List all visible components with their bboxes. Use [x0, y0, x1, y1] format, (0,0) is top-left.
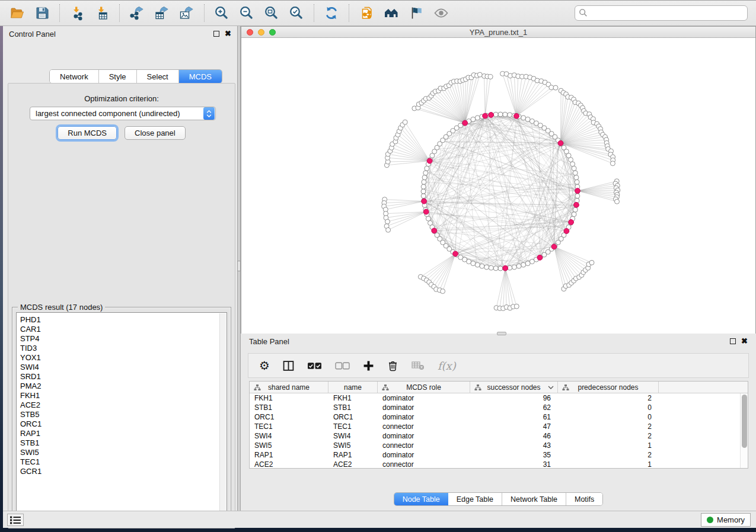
mcds-result-item[interactable]: TEC1 [20, 457, 227, 467]
mcds-result-item[interactable]: TID3 [20, 344, 227, 353]
mcds-result-item[interactable]: SWI5 [20, 448, 227, 457]
mcds-result-item[interactable]: STB1 [20, 438, 227, 448]
table-row[interactable]: SWI5SWI5connector431 [250, 441, 739, 450]
tab-mcds[interactable]: MCDS [179, 70, 222, 83]
share-document-icon[interactable] [358, 5, 375, 21]
table-scrollbar[interactable] [740, 393, 748, 468]
mcds-hub-node[interactable] [537, 255, 543, 260]
zoom-fit-icon[interactable] [263, 5, 280, 21]
mcds-hub-node[interactable] [432, 228, 437, 233]
column-header-successor-nodes[interactable]: successor nodes [470, 382, 558, 393]
mcds-list-scrollbar[interactable] [219, 313, 226, 518]
close-panel-button[interactable]: Close panel [125, 126, 186, 140]
mcds-hub-node[interactable] [514, 113, 519, 118]
column-header-predecessor-nodes[interactable]: predecessor nodes [558, 382, 659, 393]
mcds-hub-node[interactable] [574, 202, 579, 207]
mcds-hub-node[interactable] [551, 244, 557, 249]
mcds-hub-node[interactable] [569, 220, 574, 225]
table-cell: 1 [558, 441, 659, 450]
open-session-icon[interactable] [9, 5, 25, 21]
table-row[interactable]: RAP1RAP1dominator352 [250, 450, 739, 460]
table-splitter-handle[interactable] [497, 332, 506, 335]
mcds-result-item[interactable]: CAR1 [20, 325, 227, 334]
table-cell: 35 [470, 450, 558, 460]
mcds-result-item[interactable]: STP4 [20, 334, 227, 344]
mcds-hub-node[interactable] [558, 140, 563, 146]
add-icon[interactable] [363, 358, 374, 373]
tab-node-table[interactable]: Node Table [394, 493, 448, 505]
search-input[interactable] [575, 5, 748, 21]
table-scrollbar-thumb[interactable] [742, 395, 747, 448]
export-network-icon[interactable] [129, 5, 145, 21]
table-cell: 61 [470, 412, 558, 422]
table-row[interactable]: SWI4SWI4dominator462 [250, 431, 739, 441]
memory-status-icon [707, 517, 713, 523]
mcds-result-item[interactable]: PMA2 [20, 382, 227, 391]
tab-network[interactable]: Network [50, 70, 99, 83]
table-row[interactable]: FKH1FKH1dominator962 [250, 393, 739, 403]
columns-icon[interactable] [283, 358, 294, 373]
mcds-hub-node[interactable] [483, 113, 488, 118]
tab-edge-table[interactable]: Edge Table [448, 493, 502, 505]
column-header-MCDS-role[interactable]: MCDS role [378, 382, 470, 393]
table-cell: 46 [470, 431, 558, 441]
import-table-icon[interactable] [94, 5, 110, 21]
export-image-icon[interactable] [178, 5, 195, 21]
mcds-result-item[interactable]: SRD1 [20, 372, 227, 382]
mcds-result-item[interactable]: GCR1 [20, 467, 227, 476]
mcds-hub-node[interactable] [453, 251, 458, 257]
table-close-icon[interactable]: ✖ [741, 338, 748, 344]
float-panel-icon[interactable] [213, 31, 219, 37]
mcds-result-item[interactable]: PHD1 [20, 315, 227, 325]
mcds-result-item[interactable]: STB5 [20, 410, 227, 419]
mcds-result-item[interactable]: FKH1 [20, 391, 227, 400]
network-search-icon[interactable] [383, 5, 400, 21]
network-window-titlebar[interactable]: YPA_prune.txt_1 [241, 27, 755, 38]
eye-icon[interactable] [433, 5, 449, 21]
select-all-icon[interactable] [307, 358, 322, 373]
mcds-hub-node[interactable] [575, 188, 580, 194]
table-float-icon[interactable] [730, 338, 736, 344]
tab-style[interactable]: Style [99, 70, 137, 83]
mcds-result-item[interactable]: ACE2 [20, 400, 227, 410]
mcds-hub-node[interactable] [423, 209, 429, 214]
mcds-result-item[interactable]: YOX1 [20, 353, 227, 363]
mcds-hub-node[interactable] [427, 158, 432, 164]
refresh-icon[interactable] [323, 5, 340, 21]
delete-icon[interactable] [387, 358, 398, 373]
zoom-in-icon[interactable] [213, 5, 230, 21]
deselect-all-icon[interactable] [335, 358, 350, 373]
criterion-dropdown[interactable]: largest connected component (undirected) [30, 107, 216, 120]
table-cell: 31 [470, 460, 558, 468]
zoom-selected-icon[interactable] [288, 5, 305, 21]
tab-motifs[interactable]: Motifs [566, 493, 602, 505]
mcds-result-item[interactable]: SWI4 [20, 363, 227, 372]
mcds-result-item[interactable]: RAP1 [20, 429, 227, 438]
mcds-hub-node[interactable] [564, 229, 569, 234]
mcds-result-item[interactable]: ORC1 [20, 419, 227, 429]
table-row[interactable]: ACE2ACE2connector311 [250, 460, 739, 468]
mcds-hub-node[interactable] [462, 120, 468, 126]
zoom-out-icon[interactable] [238, 5, 255, 21]
run-mcds-button[interactable]: Run MCDS [58, 126, 117, 140]
memory-button[interactable]: Memory [701, 513, 751, 527]
task-history-button[interactable] [7, 514, 24, 526]
network-canvas[interactable] [241, 38, 755, 334]
close-panel-icon[interactable]: ✖ [225, 31, 231, 37]
settings-icon[interactable]: ⚙ [259, 358, 270, 373]
tab-network-table[interactable]: Network Table [502, 493, 566, 505]
tab-select[interactable]: Select [137, 70, 179, 83]
column-header-shared-name[interactable]: shared name [250, 382, 328, 393]
table-row[interactable]: TEC1TEC1connector472 [250, 422, 739, 431]
export-table-icon[interactable] [154, 5, 170, 21]
mcds-hub-node[interactable] [489, 113, 494, 118]
table-cell: SWI4 [250, 431, 328, 441]
save-session-icon[interactable] [34, 5, 50, 21]
table-row[interactable]: STB1STB1dominator620 [250, 403, 739, 412]
table-row[interactable]: ORC1ORC1dominator610 [250, 412, 739, 422]
toggle-graphics-icon[interactable] [408, 5, 425, 21]
mcds-hub-node[interactable] [422, 198, 427, 204]
mcds-hub-node[interactable] [503, 265, 508, 271]
column-header-name[interactable]: name [328, 382, 378, 393]
import-network-icon[interactable] [69, 5, 85, 21]
